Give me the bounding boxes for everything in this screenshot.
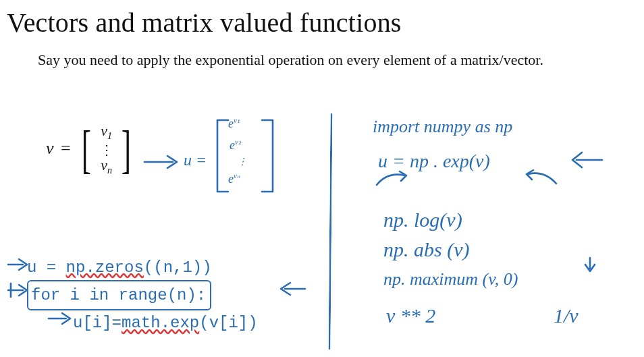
v-squared: v ** 2 [386,304,435,328]
left-bracket-icon: [ [82,130,91,170]
equals-sign: = [58,138,74,158]
arrow-down-icon [582,256,598,275]
arrow-icon [7,282,30,298]
import-numpy: import numpy as np [373,116,512,137]
for-loop-boxed: for i in range(n): [27,280,211,310]
curve-arrow-icon [524,169,562,188]
u-equals-label: u = [184,150,207,170]
curve-arrow-icon [373,170,413,189]
page-title: Vectors and matrix valued functions [7,7,644,38]
np-log: np. log(v) [383,208,462,232]
code-line-1: u = np.zeros((n,1)) [27,255,258,280]
v1: v1 [101,122,112,139]
intro-paragraph: Say you need to apply the exponential op… [38,51,605,70]
e-vn: evₙ [228,171,240,187]
np-maximum: np. maximum (v, 0) [383,269,518,290]
arrow-left-icon [567,150,608,170]
e-v1: ev₁ [228,116,240,132]
e-v2: ev₂ [230,138,241,153]
vector-column: v1 ⋮ vn [100,123,113,176]
code-line-3: u[i]=math.exp(v[i]) [27,310,258,335]
vector-definition: v = [ v1 ⋮ vn ] [46,123,135,176]
v-symbol: v [46,138,54,158]
e-dots: ⋮ [238,157,247,168]
math-exp: math.exp [122,314,199,332]
np-exp-line: u = np . exp(v) [378,150,490,173]
arrow-icon [142,152,182,172]
right-bracket-icon: ] [122,130,131,170]
arrow-left-icon [275,280,308,298]
one-over-v: 1/v [554,304,579,328]
vn: vn [101,157,112,173]
vertical-divider [328,113,332,350]
code-line-2: for i in range(n): [27,280,258,310]
arrow-icon [7,256,30,273]
loop-code-block: u = np.zeros((n,1)) for i in range(n): u… [27,255,258,336]
np-abs: np. abs (v) [383,238,469,262]
np-zeros: np.zeros [66,258,144,277]
